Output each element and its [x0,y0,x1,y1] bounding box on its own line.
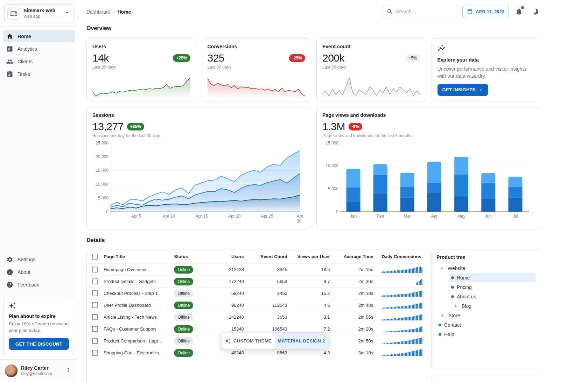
sessions-value: 13,277 [92,121,124,133]
stat-title: Conversions [208,44,306,49]
pageviews-caption: Page views and downloads for the last 6 … [322,133,535,138]
sidebar-item-tasks[interactable]: Tasks [3,68,75,80]
x-tick-label: Feb [377,214,384,219]
bar-apr-bottom-segment [427,193,441,212]
status-badge: Online [174,302,193,309]
sidebar-item-home[interactable]: Home [3,30,75,42]
search-box[interactable] [383,5,458,18]
status-badge: Offline [174,313,193,321]
bar-jun-top-segment [481,173,495,183]
bar-mar-bottom-segment [400,198,414,212]
daily-conversions-sparkline [377,313,425,321]
user-email: riley@email.com [21,371,60,376]
row-checkbox[interactable] [92,267,98,273]
row-checkbox[interactable] [92,350,98,356]
tree-item-about-us[interactable]: About us [449,292,536,301]
cell-value: 3.1 [289,314,331,320]
cell-value: 2m 15s [331,267,377,272]
search-input[interactable] [396,9,459,14]
explore-card: Explore your data Uncover performance an… [432,38,541,101]
gear-icon [6,256,13,263]
notifications-button[interactable] [513,6,525,17]
status-badge: Online [174,278,193,285]
row-checkbox[interactable] [92,290,98,296]
get-discount-button[interactable]: GET THE DISCOUNT [9,338,69,350]
cell-value: 15240 [210,326,245,332]
tree-label: Help [444,332,454,337]
custom-theme-option[interactable]: CUSTOM THEME [222,333,275,349]
tree-item-contact[interactable]: Contact [436,320,536,330]
material-design-2-option[interactable]: MATERIAL DESIGN 2 [275,333,328,349]
app-type: Web app [23,14,61,19]
row-checkbox[interactable] [92,278,98,284]
get-insights-button[interactable]: GET INSIGHTS [438,84,488,96]
tree-item-store[interactable]: Store [437,311,536,320]
breadcrumb-dashboard[interactable]: Dashboard [86,9,111,15]
x-tick-label: Apr 20 [228,214,240,219]
cell-value: 3653 [245,314,289,320]
x-tick-label: Apr [431,214,438,219]
sessions-chip: +35% [127,123,144,130]
dark-mode-toggle[interactable] [529,6,541,17]
tree-label: About us [457,294,476,299]
calendar-icon [467,9,473,15]
sidebar-item-about[interactable]: About [3,266,75,278]
charts-row: Sessions 13,277 +35% Sessions per day fo… [86,107,541,229]
pageviews-card: Page views and downloads 1.3M -8% Page v… [316,107,541,229]
tree-item-home[interactable]: Home [449,273,536,282]
select-all-checkbox[interactable] [92,254,98,260]
sidebar-item-analytics[interactable]: Analytics [3,43,75,55]
tree-item-website[interactable]: Website [436,263,536,273]
primary-nav: HomeAnalyticsClientsTasks [0,27,78,81]
bar-jun-middle-segment [481,183,495,199]
status-badge: Online [174,349,193,357]
insights-icon [438,44,536,54]
devices-icon [7,7,20,20]
app-select[interactable]: Sitemark-web Web app [4,4,74,22]
nav-label: About [18,269,30,275]
sessions-chart: 05,00010,00015,00020,00025,000Apr 5Apr 1… [92,143,305,227]
cell-value: 2m 55s [331,314,377,320]
pageviews-chip: -8% [349,123,362,130]
sidebar-item-feedback[interactable]: Feedback [3,279,75,291]
tree-label: Website [448,266,465,271]
cell-page-title: Product Comparison - Lapt… [104,338,174,344]
tree-label: Blog [462,303,471,309]
y-tick-label: 20,000 [92,154,108,159]
sidebar-item-settings[interactable]: Settings [3,254,75,266]
breadcrumb: Dashboard › Home [86,9,131,15]
row-checkbox[interactable] [92,338,98,344]
bar-jul-bottom-segment [508,198,522,212]
chevron-right-icon [439,312,446,319]
help-icon [6,281,13,288]
cell-value: 112543 [245,303,289,308]
more-vert-icon[interactable] [64,366,73,376]
nav-label: Settings [18,257,35,262]
date-picker-button[interactable]: APR 17, 2023 [462,5,509,18]
tasks-icon [6,71,13,78]
moon-icon [532,8,539,15]
tree-item-blog[interactable]: Blog [450,301,536,311]
sparkle-icon [225,338,231,344]
row-checkbox[interactable] [92,302,98,308]
sidebar-item-clients[interactable]: Clients [3,56,75,68]
stat-card-conversions: Conversions325-25%Last 30 days [202,38,312,101]
bar-feb-bottom-segment [373,194,387,212]
x-tick-label: Apr 15 [195,214,208,219]
product-tree-card: Product tree WebsiteHomePricingAbout usB… [431,249,541,370]
explore-title: Explore your data [438,57,536,63]
chevron-down-icon [439,265,445,271]
row-checkbox[interactable] [92,314,98,320]
row-checkbox[interactable] [92,326,98,332]
bar-may-bottom-segment [454,196,468,212]
daily-conversions-sparkline [377,337,425,345]
y-tick-label: 0 [92,209,108,214]
bar-may-top-segment [454,157,468,175]
status-badge: Online [174,266,193,274]
tree-item-pricing[interactable]: Pricing [449,282,536,292]
nav-label: Home [18,34,31,39]
daily-conversions-sparkline [377,301,425,310]
details-row: Page TitleStatusUsersEvent CountViews pe… [86,249,541,382]
tree-item-help[interactable]: Help [436,330,536,339]
cell-value: 142240 [210,314,245,320]
